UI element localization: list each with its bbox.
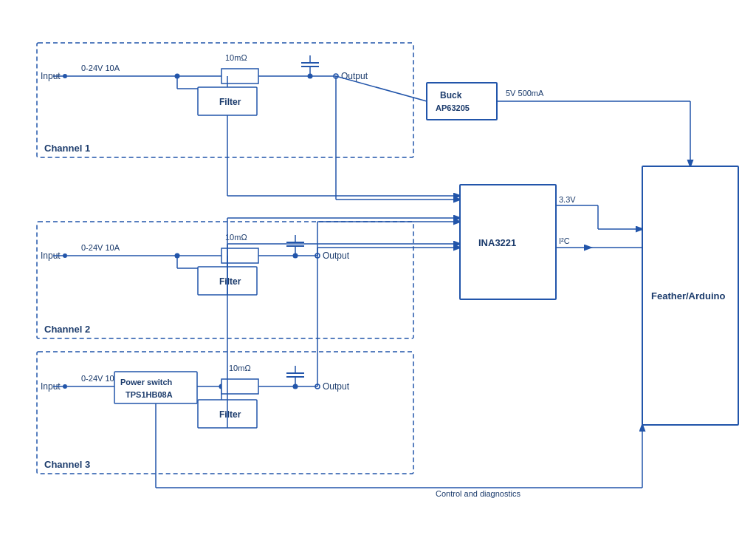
svg-text:AP63205: AP63205 (436, 103, 470, 112)
channel3-label: Channel 3 (44, 459, 90, 470)
svg-line-91 (336, 76, 427, 101)
svg-text:Filter: Filter (219, 409, 241, 420)
svg-text:10mΩ: 10mΩ (229, 364, 251, 372)
svg-text:3.3V: 3.3V (559, 195, 576, 204)
block-diagram: Channel 1 Channel 2 Channel 3 Input 0-24… (0, 0, 756, 535)
svg-text:I²C: I²C (559, 236, 570, 245)
svg-point-2 (63, 74, 67, 78)
svg-text:5V 500mA: 5V 500mA (506, 89, 544, 98)
svg-text:0-24V 10A: 0-24V 10A (81, 64, 120, 72)
channel2-label: Channel 2 (44, 324, 90, 335)
svg-text:Feather/Arduino: Feather/Arduino (651, 290, 725, 301)
svg-text:Control and diagnostics: Control and diagnostics (436, 489, 520, 498)
svg-point-30 (63, 253, 67, 258)
svg-text:INA3221: INA3221 (478, 237, 516, 248)
svg-text:Input: Input (41, 71, 61, 81)
svg-text:0-24V 10A: 0-24V 10A (81, 243, 120, 252)
svg-text:Power switch: Power switch (120, 378, 173, 386)
svg-text:10mΩ: 10mΩ (225, 53, 247, 62)
svg-text:Buck: Buck (440, 90, 462, 100)
svg-text:Output: Output (323, 251, 350, 261)
channel1-label: Channel 1 (44, 143, 90, 154)
svg-text:TPS1HB08A: TPS1HB08A (126, 390, 173, 399)
svg-text:Output: Output (341, 71, 368, 81)
svg-text:Filter: Filter (219, 276, 241, 287)
svg-point-57 (63, 384, 67, 389)
svg-rect-88 (427, 83, 497, 120)
svg-text:Filter: Filter (219, 97, 241, 107)
svg-text:Output: Output (323, 381, 350, 392)
svg-text:10mΩ: 10mΩ (225, 233, 247, 242)
